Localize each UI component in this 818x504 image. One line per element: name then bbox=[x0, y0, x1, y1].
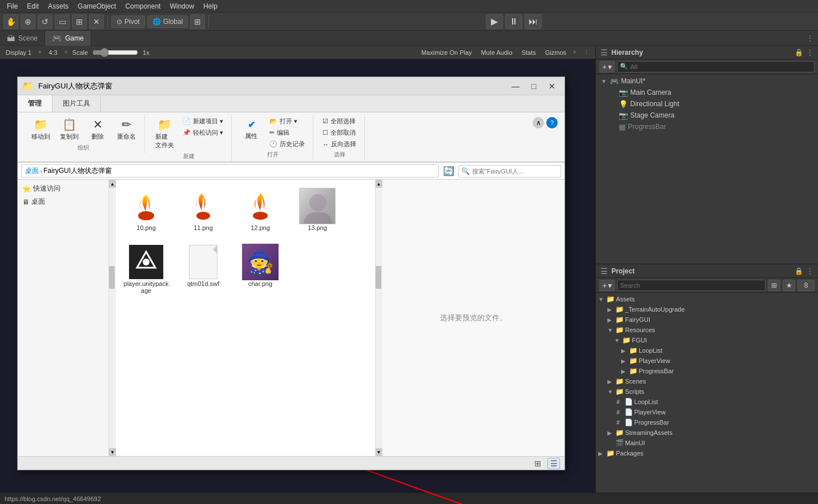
step-button[interactable]: ⏭ bbox=[525, 14, 542, 29]
file-item-13[interactable]: 13.png bbox=[292, 184, 343, 235]
scroll-up-btn[interactable]: ▲ bbox=[109, 180, 116, 188]
fe-search-box[interactable]: 🔍 bbox=[458, 165, 561, 178]
file-item-11[interactable]: 11.png bbox=[178, 184, 229, 235]
tree-packages[interactable]: ▶ 📁 Packages bbox=[596, 448, 818, 458]
tree-terrain[interactable]: ▶ 📁 _TerrainAutoUpgrade bbox=[596, 304, 818, 315]
project-add-btn[interactable]: + ▾ bbox=[599, 280, 615, 291]
file-item-swf[interactable]: qtm01d.swf bbox=[178, 240, 229, 297]
menu-assets[interactable]: Assets bbox=[43, 2, 73, 10]
fe-nav-quick[interactable]: ⭐ 快速访问 bbox=[20, 182, 106, 195]
tree-looplist-folder[interactable]: ▶ 📁 LoopList bbox=[596, 345, 818, 356]
tab-scene[interactable]: 🏔 Scene bbox=[0, 31, 45, 46]
maximize-on-play[interactable]: Maximize On Play bbox=[419, 49, 474, 57]
menu-gameobject[interactable]: GameObject bbox=[73, 2, 120, 10]
fe-btn-new-item[interactable]: 📄 新建项目 ▾ bbox=[179, 116, 227, 127]
refresh-button[interactable]: 🔄 bbox=[441, 164, 456, 179]
tree-progressbar-cs[interactable]: # 📄 ProgressBar bbox=[596, 417, 818, 428]
tree-resources[interactable]: ▼ 📁 Resources bbox=[596, 325, 818, 335]
hierarchy-add-btn[interactable]: + ▾ bbox=[599, 61, 615, 72]
mute-audio[interactable]: Mute Audio bbox=[479, 49, 515, 57]
tool-custom[interactable]: ✕ bbox=[89, 14, 104, 29]
tool-hand[interactable]: ✋ bbox=[3, 14, 18, 29]
aspect-dropdown[interactable]: 4:3 bbox=[46, 49, 59, 57]
tree-scripts[interactable]: ▼ 📁 Scripts bbox=[596, 386, 818, 397]
display-dropdown[interactable]: Display 1 bbox=[3, 49, 34, 57]
fe-btn-delete[interactable]: ✕ 删除 bbox=[84, 116, 111, 143]
hierarchy-more-icon[interactable]: ⋮ bbox=[807, 49, 813, 57]
fe-btn-open[interactable]: 📂 打开 ▾ bbox=[266, 116, 308, 127]
fe-btn-invert[interactable]: ↔ 反向选择 bbox=[319, 139, 360, 150]
tab-more[interactable]: ⋮ bbox=[802, 34, 818, 42]
fe-help-btn[interactable]: ? bbox=[546, 117, 558, 128]
menu-file[interactable]: File bbox=[2, 2, 22, 10]
menu-edit[interactable]: Edit bbox=[22, 2, 43, 10]
project-more-icon[interactable]: ⋮ bbox=[807, 267, 813, 275]
grid-button[interactable]: ⊞ bbox=[190, 14, 205, 29]
fe-btn-select-none[interactable]: ☐ 全部取消 bbox=[319, 127, 360, 138]
scroll-down-btn[interactable]: ▼ bbox=[109, 448, 116, 456]
fe-btn-new-folder-large[interactable]: 📁 新建文件夹 bbox=[151, 116, 178, 151]
tree-fgui[interactable]: ▼ 📁 FGUI bbox=[596, 335, 818, 345]
file-item-10[interactable]: 10.png bbox=[120, 184, 172, 235]
fe-btn-move[interactable]: 📁 移动到 bbox=[27, 116, 54, 143]
project-icon-btn-1[interactable]: ⊞ bbox=[768, 280, 780, 291]
menu-window[interactable]: Window bbox=[165, 2, 199, 10]
fe-address-crumb[interactable]: 桌面 › FairyGUI人物状态弹窗 bbox=[21, 164, 439, 178]
tree-progressbar-folder[interactable]: ▶ 📁 ProgressBar bbox=[596, 366, 818, 376]
pause-button[interactable]: ⏸ bbox=[505, 14, 522, 29]
fe-tab-image-tools[interactable]: 图片工具 bbox=[53, 95, 101, 112]
hierarchy-lock-icon[interactable]: 🔒 bbox=[795, 49, 803, 57]
fe-btn-history[interactable]: 🕐 历史记录 bbox=[266, 139, 308, 150]
tree-scenes[interactable]: ▶ 📁 Scenes bbox=[596, 376, 818, 386]
global-button[interactable]: 🌐 Global bbox=[147, 15, 188, 28]
tree-item-progressbar[interactable]: ▦ ProgressBar bbox=[596, 121, 818, 132]
right-scroll-up[interactable]: ▲ bbox=[376, 180, 382, 188]
fe-btn-easy-access[interactable]: 📌 轻松访问 ▾ bbox=[179, 127, 227, 138]
search-input[interactable] bbox=[472, 168, 558, 175]
status-list-view[interactable]: ⊞ bbox=[531, 458, 544, 469]
tool-rect[interactable]: ⊞ bbox=[72, 14, 87, 29]
fe-nav-desktop[interactable]: 🖥 桌面 bbox=[20, 195, 106, 208]
fe-btn-properties[interactable]: ✔ 属性 bbox=[237, 116, 265, 150]
fe-btn-copy[interactable]: 📋 复制到 bbox=[55, 116, 83, 143]
tree-item-dir-light[interactable]: 💡 Directional Light bbox=[596, 98, 818, 110]
tool-move[interactable]: ⊕ bbox=[21, 14, 35, 29]
fe-minimize-btn[interactable]: — bbox=[507, 80, 523, 92]
tree-playerview-cs[interactable]: # 📄 PlayerView bbox=[596, 407, 818, 417]
tree-playerview-folder[interactable]: ▶ 📁 PlayerView bbox=[596, 356, 818, 366]
tree-streaming[interactable]: ▶ 📁 StreamingAssets bbox=[596, 428, 818, 438]
fe-btn-select-all[interactable]: ☑ 全部选择 bbox=[319, 116, 360, 127]
fe-right-scrollbar[interactable]: ▲ ▼ bbox=[375, 180, 382, 456]
tree-item-main-camera[interactable]: 📷 Main Camera bbox=[596, 87, 818, 98]
project-lock-icon[interactable]: 🔒 bbox=[795, 267, 803, 275]
scale-slider[interactable] bbox=[92, 48, 138, 57]
fe-left-scrollbar[interactable]: ▲ ▼ bbox=[109, 180, 116, 456]
tab-game[interactable]: 🎮 Game bbox=[45, 31, 91, 46]
stats-button[interactable]: Stats bbox=[519, 49, 538, 57]
crumb-desktop[interactable]: 桌面 bbox=[25, 166, 39, 176]
file-item-char[interactable]: 🧙 char.png bbox=[235, 240, 286, 297]
tool-scale[interactable]: ▭ bbox=[55, 14, 70, 29]
file-item-player[interactable]: player.unitypackage bbox=[120, 240, 172, 297]
project-icon-btn-2[interactable]: ★ bbox=[783, 280, 795, 291]
play-button[interactable]: ▶ bbox=[486, 14, 503, 29]
fe-tab-manage[interactable]: 管理 bbox=[18, 95, 53, 112]
menu-component[interactable]: Component bbox=[120, 2, 165, 10]
status-details-view[interactable]: ☰ bbox=[547, 458, 560, 469]
fe-btn-rename[interactable]: ✏ 重命名 bbox=[112, 116, 140, 143]
fe-btn-edit[interactable]: ✏ 编辑 bbox=[266, 127, 308, 138]
hierarchy-search-input[interactable] bbox=[630, 63, 812, 70]
tree-mainui-scene[interactable]: 🎬 MainUI bbox=[596, 438, 818, 448]
tree-assets[interactable]: ▼ 📁 Assets bbox=[596, 294, 818, 304]
tool-rotate[interactable]: ↺ bbox=[38, 14, 53, 29]
tree-item-stage-camera[interactable]: 📷 Stage Camera bbox=[596, 110, 818, 121]
menu-help[interactable]: Help bbox=[199, 2, 222, 10]
right-scroll-down[interactable]: ▼ bbox=[376, 448, 382, 456]
file-item-12[interactable]: 12.png bbox=[235, 184, 286, 235]
tree-item-mainui[interactable]: ▼ 🎮 MainUI* bbox=[596, 75, 818, 87]
fe-collapse-btn[interactable]: ∧ bbox=[533, 117, 544, 128]
tree-expand-mainui[interactable]: ▼ bbox=[601, 78, 607, 84]
tree-looplist-cs[interactable]: # 📄 LoopList bbox=[596, 397, 818, 407]
project-search-input[interactable] bbox=[617, 280, 765, 291]
project-badge-btn[interactable]: 8 bbox=[797, 280, 815, 291]
